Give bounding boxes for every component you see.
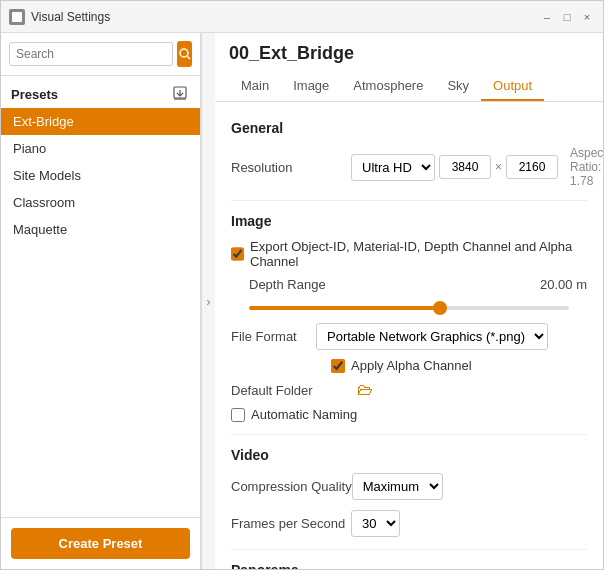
- apply-alpha-checkbox[interactable]: [331, 359, 345, 373]
- compression-select[interactable]: Maximum High Medium Low: [352, 473, 443, 500]
- titlebar-title: Visual Settings: [31, 10, 110, 24]
- fps-select[interactable]: 30 24 60 25: [351, 510, 400, 537]
- preset-item-piano[interactable]: Piano: [1, 135, 200, 162]
- panel-body: General Resolution Ultra HD HD 4K Custom…: [215, 102, 603, 569]
- automatic-naming-label: Automatic Naming: [251, 407, 357, 422]
- close-button[interactable]: ×: [579, 9, 595, 25]
- resolution-inputs: Ultra HD HD 4K Custom 3840 × 2160 Aspect…: [351, 146, 603, 188]
- presets-list: Ext-Bridge Piano Site Models Classroom M…: [1, 108, 200, 517]
- maximize-button[interactable]: □: [559, 9, 575, 25]
- file-format-row: File Format Portable Network Graphics (*…: [231, 323, 587, 350]
- create-preset-button[interactable]: Create Preset: [11, 528, 190, 559]
- titlebar-left: Visual Settings: [9, 9, 110, 25]
- export-checkbox[interactable]: [231, 247, 244, 261]
- general-section-title: General: [231, 120, 587, 136]
- section-divider-1: [231, 200, 587, 201]
- search-input[interactable]: [9, 42, 173, 66]
- depth-range-slider[interactable]: [249, 306, 569, 310]
- tabs: Main Image Atmosphere Sky Output: [229, 72, 589, 101]
- preset-item-classroom[interactable]: Classroom: [1, 189, 200, 216]
- resolution-width-input[interactable]: 3840: [439, 155, 491, 179]
- titlebar-controls: – □ ×: [539, 9, 595, 25]
- tab-main[interactable]: Main: [229, 72, 281, 101]
- presets-title: Presets: [11, 87, 58, 102]
- depth-range-label: Depth Range: [249, 277, 326, 292]
- resolution-select[interactable]: Ultra HD HD 4K Custom: [351, 154, 435, 181]
- video-section-title: Video: [231, 447, 587, 463]
- panel-title: 00_Ext_Bridge: [229, 43, 589, 64]
- apply-alpha-row: Apply Alpha Channel: [231, 358, 587, 373]
- panorama-section: Panorama Resolution Normal High Ultra: [231, 562, 587, 569]
- panorama-section-title: Panorama: [231, 562, 587, 569]
- resolution-height-input[interactable]: 2160: [506, 155, 558, 179]
- svg-point-1: [180, 49, 188, 57]
- tab-atmosphere[interactable]: Atmosphere: [341, 72, 435, 101]
- chevron-left-icon: ›: [206, 294, 210, 309]
- section-divider-2: [231, 434, 587, 435]
- tab-output[interactable]: Output: [481, 72, 544, 101]
- tab-sky[interactable]: Sky: [435, 72, 481, 101]
- search-box: [1, 33, 200, 76]
- preset-item-maquette[interactable]: Maquette: [1, 216, 200, 243]
- section-divider-3: [231, 549, 587, 550]
- folder-icon[interactable]: 🗁: [357, 381, 373, 399]
- app-icon: [9, 9, 25, 25]
- depth-slider-container: [249, 298, 569, 313]
- preset-item-ext-bridge[interactable]: Ext-Bridge: [1, 108, 200, 135]
- resolution-label: Resolution: [231, 160, 351, 175]
- panel-header: 00_Ext_Bridge Main Image Atmosphere Sky …: [215, 33, 603, 102]
- main-window: Visual Settings – □ × Preset: [0, 0, 604, 570]
- compression-row: Compression Quality Maximum High Medium …: [231, 473, 587, 500]
- sidebar-collapse-handle[interactable]: ›: [201, 33, 215, 569]
- file-format-select[interactable]: Portable Network Graphics (*.png) JPEG T…: [316, 323, 548, 350]
- video-section: Video Compression Quality Maximum High M…: [231, 447, 587, 537]
- tab-image[interactable]: Image: [281, 72, 341, 101]
- titlebar: Visual Settings – □ ×: [1, 1, 603, 33]
- sidebar-bottom: Create Preset: [1, 517, 200, 569]
- image-section-title: Image: [231, 213, 587, 229]
- aspect-ratio-label: Aspect Ratio: 1.78: [570, 146, 603, 188]
- fps-row: Frames per Second 30 24 60 25: [231, 510, 587, 537]
- depth-range-value: 20.00 m: [540, 277, 587, 292]
- main-content: Presets Ext-Bridge Piano Site Models Cla…: [1, 33, 603, 569]
- svg-line-2: [187, 57, 190, 60]
- compression-label: Compression Quality: [231, 479, 352, 494]
- res-x-separator: ×: [495, 160, 502, 174]
- svg-rect-0: [12, 12, 22, 22]
- export-checkbox-row: Export Object-ID, Material-ID, Depth Cha…: [231, 239, 587, 269]
- automatic-naming-checkbox[interactable]: [231, 408, 245, 422]
- sidebar: Presets Ext-Bridge Piano Site Models Cla…: [1, 33, 201, 569]
- apply-alpha-label: Apply Alpha Channel: [351, 358, 472, 373]
- default-folder-row: Default Folder 🗁: [231, 381, 587, 399]
- resolution-row: Resolution Ultra HD HD 4K Custom 3840 × …: [231, 146, 587, 188]
- default-folder-label: Default Folder: [231, 383, 351, 398]
- import-presets-button[interactable]: [170, 84, 190, 104]
- presets-header: Presets: [1, 76, 200, 108]
- fps-label: Frames per Second: [231, 516, 351, 531]
- depth-range-row: Depth Range 20.00 m: [249, 277, 587, 292]
- file-format-label: File Format: [231, 329, 316, 344]
- minimize-button[interactable]: –: [539, 9, 555, 25]
- right-panel: 00_Ext_Bridge Main Image Atmosphere Sky …: [215, 33, 603, 569]
- export-checkbox-label: Export Object-ID, Material-ID, Depth Cha…: [250, 239, 587, 269]
- auto-naming-row: Automatic Naming: [231, 407, 587, 422]
- search-button[interactable]: [177, 41, 192, 67]
- preset-item-site-models[interactable]: Site Models: [1, 162, 200, 189]
